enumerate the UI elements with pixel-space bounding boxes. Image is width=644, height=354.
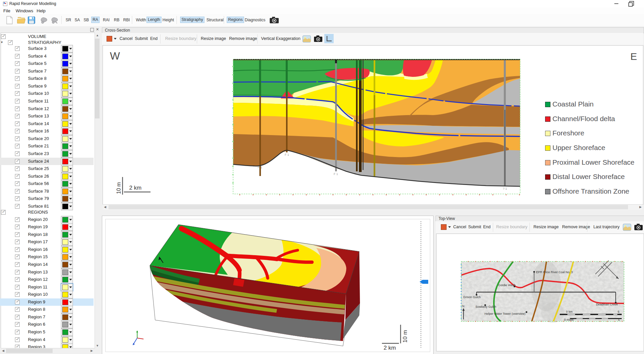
svg-text:Sowbelly Gulch: Sowbelly Gulch [476,305,496,308]
svg-text:Gordie Wash: Gordie Wash [498,283,515,287]
svg-text:10 m: 10 m [402,330,408,343]
svg-text:10 m: 10 m [116,182,122,194]
svg-text:Deadman Creek: Deadman Creek [596,303,618,306]
svg-text:F 1: F 1 [334,172,338,176]
svg-text:N: N [462,304,465,308]
svg-text:F 1: F 1 [285,153,289,156]
svg-text:0 km: 0 km [566,310,573,313]
svg-text:2 km: 2 km [129,185,142,191]
svg-text:? 1: ? 1 [503,187,507,190]
svg-text:Grison Gulch: Grison Gulch [463,295,481,299]
svg-text:5: 5 [618,310,619,313]
svg-text:W: W [110,50,120,62]
svg-text:EPR Price River Coal No. 3: EPR Price River Coal No. 3 [536,270,573,274]
svg-text:2 km: 2 km [384,345,396,351]
svg-text:Helper Water Tower (overview): Helper Water Tower (overview) [484,312,525,315]
svg-text:E: E [630,51,637,62]
